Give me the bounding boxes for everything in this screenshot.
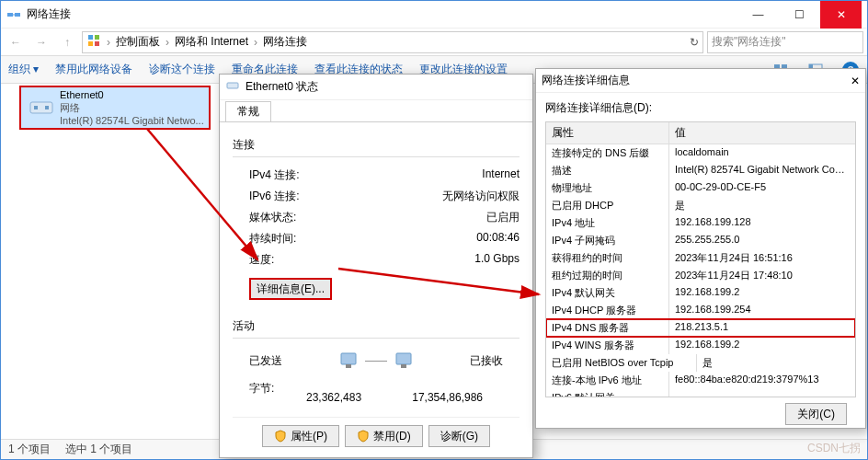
table-row[interactable]: 租约过期的时间2023年11月24日 17:48:10 <box>546 267 855 284</box>
svg-rect-14 <box>45 106 49 109</box>
details-table: 属性 值 连接特定的 DNS 后缀localdomain描述Intel(R) 8… <box>545 121 856 397</box>
address-bar: ← → ↑ › 控制面板 › 网络和 Internet › 网络连接 ↻ 搜索"… <box>1 29 867 56</box>
svg-rect-19 <box>401 364 406 368</box>
prop-value: localdomain <box>669 144 855 162</box>
adapter-icon <box>23 89 60 126</box>
table-row[interactable]: 连接-本地 IPv6 地址fe80::84ba:e820:d219:3797%1… <box>546 372 855 389</box>
prop-value: Intel(R) 82574L Gigabit Network Connect <box>669 162 855 179</box>
prop-value: 是 <box>697 354 855 372</box>
svg-rect-18 <box>396 353 411 364</box>
prop-key: 租约过期的时间 <box>546 267 669 284</box>
activity-icons: —— <box>337 351 415 370</box>
breadcrumb[interactable]: › 控制面板 › 网络和 Internet › 网络连接 ↻ <box>82 31 703 53</box>
table-row[interactable]: 连接特定的 DNS 后缀localdomain <box>546 144 855 162</box>
prop-value: 218.213.5.1 <box>669 319 855 337</box>
prop-key: IPv4 地址 <box>546 214 669 232</box>
refresh-icon[interactable]: ↻ <box>690 36 699 49</box>
status-key: IPv6 连接: <box>233 189 300 204</box>
breadcrumb-conn[interactable]: 网络连接 <box>263 34 307 50</box>
prop-value: 2023年11月24日 16:51:16 <box>669 249 855 267</box>
details-close-btn[interactable]: 关闭(C) <box>785 403 847 425</box>
tb-diagnose[interactable]: 诊断这个连接 <box>149 62 215 77</box>
table-row[interactable]: 获得租约的时间2023年11月24日 16:51:16 <box>546 249 855 267</box>
connection-item[interactable]: Ethernet0 网络 Intel(R) 82574L Gigabit Net… <box>19 86 211 130</box>
maximize-button[interactable]: ☐ <box>779 1 820 29</box>
back-button[interactable]: ← <box>5 31 27 53</box>
details-close-button[interactable]: ✕ <box>851 75 860 87</box>
breadcrumb-sep: › <box>166 36 169 49</box>
diagnose-button[interactable]: 诊断(G) <box>428 425 490 447</box>
table-row[interactable]: IPv4 地址192.168.199.128 <box>546 214 855 232</box>
connection-text: Ethernet0 网络 Intel(R) 82574L Gigabit Net… <box>60 88 207 127</box>
breadcrumb-cp[interactable]: 控制面板 <box>116 34 160 50</box>
label-recv: 已接收 <box>470 353 503 369</box>
table-row[interactable]: IPv4 WINS 服务器192.168.199.2 <box>546 337 855 354</box>
prop-key: IPv6 默认网关 <box>546 389 669 397</box>
table-row[interactable]: IPv4 DNS 服务器218.213.5.1 <box>546 319 855 337</box>
bytes-recv: 17,354,86,986 <box>412 391 483 404</box>
prop-key: 已启用 NetBIOS over Tcpip <box>546 354 697 372</box>
activity-sep: —— <box>365 354 387 367</box>
svg-rect-4 <box>88 41 93 46</box>
prop-value <box>669 389 855 397</box>
table-row[interactable]: IPv4 子网掩码255.255.255.0 <box>546 232 855 249</box>
disable-button[interactable]: 禁用(D) <box>345 425 423 447</box>
table-row[interactable]: IPv6 默认网关 <box>546 389 855 397</box>
section-activity: 活动 <box>233 318 520 334</box>
col-property[interactable]: 属性 <box>546 122 669 144</box>
prop-value: 255.255.255.0 <box>669 232 855 249</box>
tb-disable[interactable]: 禁用此网络设备 <box>55 62 132 77</box>
prop-value: fe80::84ba:e820:d219:3797%13 <box>669 372 855 389</box>
table-row[interactable]: IPv4 DHCP 服务器192.168.199.254 <box>546 302 855 319</box>
properties-button[interactable]: 属性(P) <box>262 425 339 447</box>
table-row[interactable]: 描述Intel(R) 82574L Gigabit Network Connec… <box>546 162 855 179</box>
details-dialog-title: 网络连接详细信息 <box>542 73 630 88</box>
status-value: 00:08:46 <box>476 231 520 247</box>
status-key: IPv4 连接: <box>233 167 300 183</box>
status-row: 速度:1.0 Gbps <box>233 249 520 270</box>
prop-value: 192.168.199.2 <box>669 337 855 354</box>
prop-key: 物理地址 <box>546 179 669 197</box>
prop-key: IPv4 子网掩码 <box>546 232 669 249</box>
status-row: 持续时间:00:08:46 <box>233 228 520 249</box>
prop-key: 已启用 DHCP <box>546 197 669 214</box>
svg-rect-16 <box>341 353 356 364</box>
svg-rect-13 <box>34 106 38 109</box>
table-row[interactable]: IPv4 默认网关192.168.199.2 <box>546 284 855 302</box>
details-label: 网络连接详细信息(D): <box>545 100 856 116</box>
svg-rect-15 <box>227 83 238 88</box>
prop-value: 2023年11月24日 17:48:10 <box>669 267 855 284</box>
connection-network: 网络 <box>60 101 207 114</box>
forward-button[interactable]: → <box>30 31 52 53</box>
connection-name: Ethernet0 <box>60 88 207 101</box>
search-input[interactable]: 搜索"网络连接" <box>707 31 863 53</box>
table-row[interactable]: 已启用 DHCP是 <box>546 197 855 214</box>
label-sent: 已发送 <box>249 353 282 369</box>
table-row[interactable]: 物理地址00-0C-29-0D-CE-F5 <box>546 179 855 197</box>
svg-rect-2 <box>88 35 93 40</box>
up-button[interactable]: ↑ <box>56 31 78 53</box>
details-dialog: 网络连接详细信息 ✕ 网络连接详细信息(D): 属性 值 连接特定的 DNS 后… <box>535 68 866 429</box>
col-value[interactable]: 值 <box>669 122 855 144</box>
status-dialog-title: Ethernet0 状态 <box>220 75 532 100</box>
section-connection: 连接 <box>233 137 520 153</box>
breadcrumb-net[interactable]: 网络和 Internet <box>175 34 248 50</box>
tab-general[interactable]: 常规 <box>225 101 271 121</box>
tb-organize[interactable]: 组织 ▾ <box>8 62 39 77</box>
status-value: Internet <box>482 167 520 183</box>
breadcrumb-sep: › <box>107 36 110 49</box>
minimize-button[interactable]: — <box>737 1 779 29</box>
prop-value: 192.168.199.128 <box>669 214 855 232</box>
titlebar: 网络连接 — ☐ ✕ <box>1 1 867 29</box>
close-button[interactable]: ✕ <box>820 1 862 29</box>
svg-rect-5 <box>95 41 99 46</box>
details-button[interactable]: 详细信息(E)... <box>249 278 332 300</box>
status-count: 1 个项目 <box>8 442 51 457</box>
svg-rect-12 <box>30 102 52 113</box>
status-row: IPv6 连接:无网络访问权限 <box>233 186 520 207</box>
svg-rect-3 <box>95 35 99 40</box>
table-row[interactable]: 已启用 NetBIOS over Tcpip是 <box>546 354 855 372</box>
status-key: 持续时间: <box>233 231 296 247</box>
status-row: IPv4 连接:Internet <box>233 165 520 186</box>
prop-value: 192.168.199.2 <box>669 284 855 302</box>
